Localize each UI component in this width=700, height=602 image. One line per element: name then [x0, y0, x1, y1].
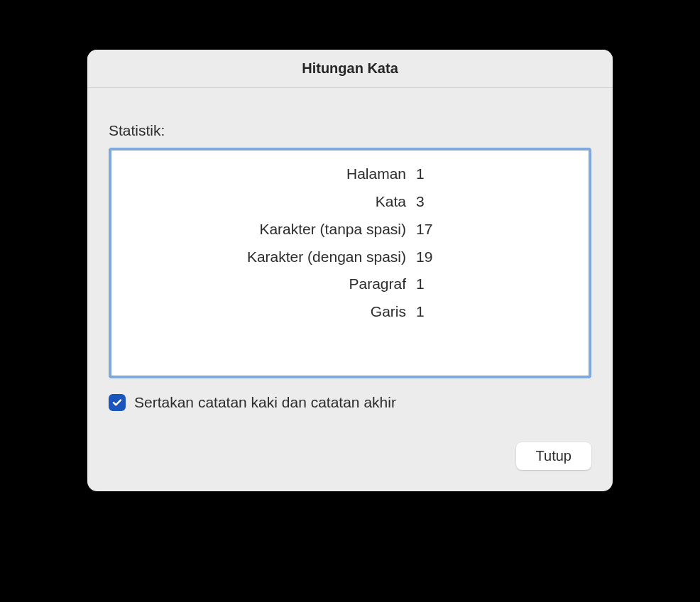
checkmark-icon [111, 397, 123, 408]
include-footnotes-checkbox[interactable] [109, 394, 126, 411]
stat-value: 1 [413, 298, 576, 326]
stat-row-paragraphs: Paragraf 1 [124, 270, 576, 298]
stat-label: Garis [124, 298, 413, 326]
stat-label: Karakter (tanpa spasi) [124, 216, 413, 243]
stat-row-words: Kata 3 [124, 188, 576, 216]
stat-value: 19 [413, 243, 576, 271]
include-footnotes-row: Sertakan catatan kaki dan catatan akhir [109, 394, 591, 411]
stat-row-chars-no-space: Karakter (tanpa spasi) 17 [124, 216, 576, 243]
word-count-dialog: Hitungan Kata Statistik: Halaman 1 Kata … [87, 50, 613, 491]
stat-row-lines: Garis 1 [124, 298, 576, 326]
stat-row-chars-space: Karakter (dengan spasi) 19 [124, 243, 576, 271]
stat-label: Halaman [124, 160, 413, 188]
dialog-content: Statistik: Halaman 1 Kata 3 Karakter (ta… [87, 88, 613, 491]
stat-value: 1 [413, 160, 576, 188]
statistics-box: Halaman 1 Kata 3 Karakter (tanpa spasi) … [109, 148, 591, 378]
include-footnotes-label: Sertakan catatan kaki dan catatan akhir [134, 394, 396, 411]
dialog-titlebar: Hitungan Kata [87, 50, 613, 88]
stat-value: 17 [413, 216, 576, 243]
stat-label: Paragraf [124, 270, 413, 298]
dialog-button-row: Tutup [109, 442, 591, 470]
stat-value: 1 [413, 270, 576, 298]
stat-row-pages: Halaman 1 [124, 160, 576, 188]
dialog-title: Hitungan Kata [302, 60, 398, 77]
statistics-label: Statistik: [109, 122, 591, 139]
close-button[interactable]: Tutup [516, 442, 591, 470]
stat-value: 3 [413, 188, 576, 216]
stat-label: Karakter (dengan spasi) [124, 243, 413, 271]
stat-label: Kata [124, 188, 413, 216]
